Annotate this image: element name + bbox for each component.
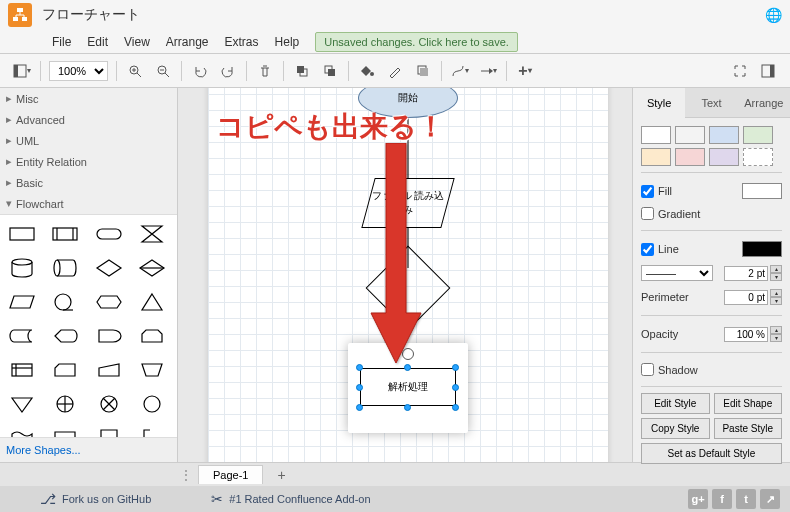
style-swatch[interactable] (675, 126, 705, 144)
facebook-icon[interactable]: f (712, 489, 732, 509)
twitter-icon[interactable]: t (736, 489, 756, 509)
menu-extras[interactable]: Extras (217, 33, 267, 51)
fork-github-link[interactable]: ⎇ Fork us on GitHub (40, 491, 151, 507)
shape-sort[interactable] (134, 253, 170, 283)
resize-handle[interactable] (356, 404, 363, 411)
style-swatch[interactable] (641, 148, 671, 166)
confluence-addon-link[interactable]: ✂ #1 Rated Confluence Add-on (211, 491, 370, 507)
menu-arrange[interactable]: Arrange (158, 33, 217, 51)
line-color-button[interactable] (382, 58, 408, 84)
resize-handle[interactable] (404, 404, 411, 411)
fill-color-button[interactable] (354, 58, 380, 84)
shape-loop-limit[interactable] (134, 321, 170, 351)
shape-merge[interactable] (4, 389, 40, 419)
shadow-button[interactable] (410, 58, 436, 84)
shape-database[interactable] (4, 253, 40, 283)
style-swatch[interactable] (743, 126, 773, 144)
line-width-input[interactable] (724, 266, 768, 281)
redo-button[interactable] (215, 58, 241, 84)
edit-style-button[interactable]: Edit Style (641, 393, 710, 414)
shape-sum[interactable] (91, 389, 127, 419)
canvas[interactable]: 開始 ファイル 読み込み 解析処理 コピペも出来る！ (178, 88, 632, 462)
menu-view[interactable]: View (116, 33, 158, 51)
shape-annotation[interactable] (134, 423, 170, 438)
line-width-up[interactable]: ▴ (770, 265, 782, 273)
menu-file[interactable]: File (44, 33, 79, 51)
tab-text[interactable]: Text (685, 88, 737, 118)
resize-handle[interactable] (404, 364, 411, 371)
menu-help[interactable]: Help (267, 33, 308, 51)
category-uml[interactable]: ▸UML (0, 130, 177, 151)
style-swatch[interactable] (675, 148, 705, 166)
shape-sequential[interactable] (47, 287, 83, 317)
shape-document[interactable] (47, 423, 83, 438)
line-checkbox[interactable] (641, 243, 654, 256)
shape-terminator[interactable] (91, 219, 127, 249)
add-page-button[interactable]: + (269, 467, 293, 483)
shape-connector[interactable] (134, 389, 170, 419)
tab-style[interactable]: Style (633, 88, 685, 118)
copy-style-button[interactable]: Copy Style (641, 418, 710, 439)
rotate-handle[interactable] (402, 348, 414, 360)
shape-direct-data[interactable] (47, 253, 83, 283)
opacity-input[interactable] (724, 327, 768, 342)
zoom-in-button[interactable] (122, 58, 148, 84)
view-mode-button[interactable]: ▾ (9, 58, 35, 84)
edit-shape-button[interactable]: Edit Shape (714, 393, 783, 414)
shape-extract[interactable] (134, 287, 170, 317)
undo-button[interactable] (187, 58, 213, 84)
to-front-button[interactable] (289, 58, 315, 84)
perimeter-up[interactable]: ▴ (770, 289, 782, 297)
app-logo[interactable] (8, 3, 32, 27)
category-advanced[interactable]: ▸Advanced (0, 109, 177, 130)
category-flowchart[interactable]: ▾Flowchart (0, 193, 177, 214)
tab-arrange[interactable]: Arrange (738, 88, 790, 118)
shape-data[interactable] (4, 287, 40, 317)
delete-button[interactable] (252, 58, 278, 84)
gradient-checkbox[interactable] (641, 207, 654, 220)
unsaved-notice[interactable]: Unsaved changes. Click here to save. (315, 32, 518, 52)
shape-manual-input[interactable] (91, 355, 127, 385)
shape-or[interactable] (47, 389, 83, 419)
shape-collate[interactable] (134, 219, 170, 249)
page-tabs-menu-icon[interactable]: ⋮ (180, 465, 192, 485)
shape-tape[interactable] (4, 423, 40, 438)
resize-handle[interactable] (452, 404, 459, 411)
more-shapes-link[interactable]: More Shapes... (0, 438, 177, 462)
shape-subprocess[interactable] (47, 219, 83, 249)
category-misc[interactable]: ▸Misc (0, 88, 177, 109)
shape-stored-data[interactable] (4, 321, 40, 351)
insert-button[interactable]: +▾ (512, 58, 538, 84)
globe-icon[interactable]: 🌐 (765, 7, 782, 23)
line-width-down[interactable]: ▾ (770, 273, 782, 281)
style-swatch[interactable] (641, 126, 671, 144)
style-swatch[interactable] (709, 148, 739, 166)
node-decision[interactable] (366, 246, 451, 331)
zoom-out-button[interactable] (150, 58, 176, 84)
resize-handle[interactable] (356, 364, 363, 371)
resize-handle[interactable] (452, 364, 459, 371)
shape-internal-storage[interactable] (4, 355, 40, 385)
shape-preparation[interactable] (91, 287, 127, 317)
menu-edit[interactable]: Edit (79, 33, 116, 51)
node-process-selected[interactable]: 解析処理 (360, 368, 456, 406)
style-swatch[interactable] (709, 126, 739, 144)
shape-manual-op[interactable] (134, 355, 170, 385)
set-default-style-button[interactable]: Set as Default Style (641, 443, 782, 464)
category-entity-relation[interactable]: ▸Entity Relation (0, 151, 177, 172)
resize-handle[interactable] (452, 384, 459, 391)
perimeter-down[interactable]: ▾ (770, 297, 782, 305)
paste-style-button[interactable]: Paste Style (714, 418, 783, 439)
document-title[interactable]: フローチャート (42, 6, 140, 24)
opacity-down[interactable]: ▾ (770, 334, 782, 342)
node-file-read[interactable]: ファイル 読み込み (361, 178, 454, 228)
shape-delay[interactable] (91, 321, 127, 351)
to-back-button[interactable] (317, 58, 343, 84)
connection-button[interactable]: ▾ (447, 58, 473, 84)
shape-off-page[interactable] (91, 423, 127, 438)
shape-decision[interactable] (91, 253, 127, 283)
line-style-select[interactable]: ——— (641, 265, 713, 281)
node-start[interactable]: 開始 (358, 88, 458, 118)
format-panel-button[interactable] (755, 58, 781, 84)
shape-process[interactable] (4, 219, 40, 249)
